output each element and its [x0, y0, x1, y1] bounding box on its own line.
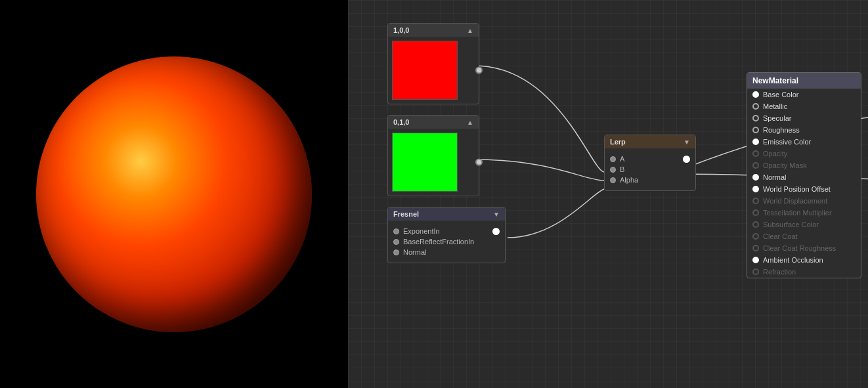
- material-pin-refraction[interactable]: Refraction: [747, 266, 861, 278]
- material-title: NewMaterial: [752, 76, 798, 85]
- ambient-occlusion-label: Ambient Occlusion: [763, 256, 823, 264]
- lerp-alpha-label: Alpha: [620, 176, 638, 184]
- ambient-occlusion-pin[interactable]: [752, 257, 759, 263]
- red-color-preview: [392, 41, 458, 100]
- clear-coat-roughness-label: Clear Coat Roughness: [763, 244, 836, 252]
- fresnel-pin-normal[interactable]: Normal: [393, 248, 500, 256]
- lerp-output-pin[interactable]: [683, 156, 690, 163]
- fresnel-exponent-pin-dot: [393, 228, 399, 234]
- node-red-header: 1,0,0 ▲: [388, 24, 479, 37]
- material-pin-roughness[interactable]: Roughness: [747, 124, 861, 136]
- node-green-collapse-icon[interactable]: ▲: [467, 119, 473, 126]
- node-green-color-container: [388, 129, 479, 196]
- node-lerp-title: Lerp: [610, 138, 626, 146]
- metallic-pin[interactable]: [752, 103, 759, 110]
- fresnel-exponent-label: ExponentIn: [403, 227, 440, 235]
- lerp-a-label: A: [620, 155, 624, 163]
- subsurface-label: Subsurface Color: [763, 221, 819, 228]
- node-lerp-pins: A B Alpha: [605, 148, 695, 190]
- tessellation-pin[interactable]: [752, 209, 759, 216]
- roughness-pin[interactable]: [752, 127, 759, 133]
- node-fresnel-pins: ExponentIn BaseReflectFractionIn Normal: [388, 221, 505, 263]
- node-editor[interactable]: 1,0,0 ▲ 0,1,0 ▲ Fresnel ▼ ExponentIn: [348, 0, 868, 388]
- emissive-label: Emissive Color: [763, 138, 811, 146]
- opacity-mask-label: Opacity Mask: [763, 162, 807, 169]
- normal-label: Normal: [763, 173, 786, 181]
- lerp-a-input-pin[interactable]: [610, 156, 616, 162]
- roughness-label: Roughness: [763, 126, 800, 134]
- world-displacement-pin[interactable]: [752, 198, 759, 204]
- world-displacement-label: World Displacement: [763, 197, 827, 205]
- opacity-label: Opacity: [763, 150, 787, 158]
- tessellation-label: Tessellation Multiplier: [763, 209, 832, 217]
- node-green-header: 0,1,0 ▲: [388, 116, 479, 129]
- lerp-pin-b[interactable]: B: [610, 165, 690, 173]
- clear-coat-pin[interactable]: [752, 233, 759, 240]
- lerp-pin-alpha[interactable]: Alpha: [610, 176, 690, 184]
- clear-coat-label: Clear Coat: [763, 232, 798, 240]
- lerp-b-input-pin[interactable]: [610, 167, 616, 173]
- material-pin-clear-coat[interactable]: Clear Coat: [747, 230, 861, 242]
- lerp-alpha-input-pin[interactable]: [610, 177, 616, 183]
- opacity-pin[interactable]: [752, 150, 759, 157]
- node-fresnel[interactable]: Fresnel ▼ ExponentIn BaseReflectFraction…: [387, 207, 506, 263]
- material-pin-normal[interactable]: Normal: [747, 171, 861, 183]
- lerp-b-label: B: [620, 165, 624, 173]
- material-pin-tessellation[interactable]: Tessellation Multiplier: [747, 207, 861, 219]
- node-material[interactable]: NewMaterial Base Color Metallic Specular…: [747, 72, 861, 278]
- material-pin-subsurface[interactable]: Subsurface Color: [747, 219, 861, 230]
- sphere-preview: [36, 56, 312, 332]
- material-pin-world-pos-offset[interactable]: World Position Offset: [747, 183, 861, 195]
- base-color-label: Base Color: [763, 91, 798, 98]
- base-color-pin[interactable]: [752, 91, 759, 98]
- fresnel-basereflect-label: BaseReflectFractionIn: [403, 238, 474, 246]
- material-pin-metallic[interactable]: Metallic: [747, 100, 861, 112]
- node-green-color[interactable]: 0,1,0 ▲: [387, 115, 479, 196]
- node-lerp-collapse-icon[interactable]: ▼: [684, 139, 690, 146]
- material-pin-opacity[interactable]: Opacity: [747, 148, 861, 160]
- node-fresnel-header: Fresnel ▼: [388, 207, 505, 221]
- material-header: NewMaterial: [747, 73, 861, 89]
- node-lerp-header: Lerp ▼: [605, 135, 695, 148]
- material-pin-emissive[interactable]: Emissive Color: [747, 136, 861, 148]
- specular-label: Specular: [763, 114, 791, 122]
- viewport: [0, 0, 348, 388]
- opacity-mask-pin[interactable]: [752, 162, 759, 169]
- green-color-preview: [392, 133, 458, 192]
- node-green-title: 0,1,0: [393, 118, 409, 126]
- node-fresnel-collapse-icon[interactable]: ▼: [493, 211, 500, 218]
- material-pin-world-displacement[interactable]: World Displacement: [747, 195, 861, 207]
- fresnel-pin-exponent[interactable]: ExponentIn: [393, 227, 500, 235]
- world-pos-offset-label: World Position Offset: [763, 185, 831, 193]
- fresnel-exponent-output-pin[interactable]: [492, 228, 500, 235]
- specular-pin[interactable]: [752, 115, 759, 121]
- normal-pin[interactable]: [752, 174, 759, 181]
- fresnel-normal-pin-dot: [393, 249, 399, 255]
- node-lerp[interactable]: Lerp ▼ A B Alpha: [604, 135, 696, 191]
- material-pin-specular[interactable]: Specular: [747, 112, 861, 124]
- emissive-pin[interactable]: [752, 139, 759, 145]
- node-green-output-pin[interactable]: [475, 159, 483, 166]
- world-pos-offset-pin[interactable]: [752, 186, 759, 192]
- lerp-pin-a[interactable]: A: [610, 155, 690, 163]
- material-pin-clear-coat-roughness[interactable]: Clear Coat Roughness: [747, 242, 861, 254]
- node-red-title: 1,0,0: [393, 26, 409, 34]
- metallic-label: Metallic: [763, 102, 787, 110]
- node-red-color[interactable]: 1,0,0 ▲: [387, 23, 479, 104]
- node-red-color-container: [388, 37, 479, 104]
- material-pin-ambient-occlusion[interactable]: Ambient Occlusion: [747, 254, 861, 266]
- node-red-output-pin[interactable]: [475, 67, 483, 74]
- refraction-pin[interactable]: [752, 269, 759, 275]
- clear-coat-roughness-pin[interactable]: [752, 245, 759, 251]
- fresnel-normal-label: Normal: [403, 248, 426, 256]
- node-fresnel-title: Fresnel: [393, 210, 419, 218]
- fresnel-pin-basereflect[interactable]: BaseReflectFractionIn: [393, 238, 500, 246]
- fresnel-basereflect-pin-dot: [393, 239, 399, 245]
- refraction-label: Refraction: [763, 268, 796, 276]
- material-pin-base-color[interactable]: Base Color: [747, 89, 861, 100]
- node-red-collapse-icon[interactable]: ▲: [467, 27, 473, 34]
- subsurface-pin[interactable]: [752, 221, 759, 228]
- material-pin-opacity-mask[interactable]: Opacity Mask: [747, 160, 861, 171]
